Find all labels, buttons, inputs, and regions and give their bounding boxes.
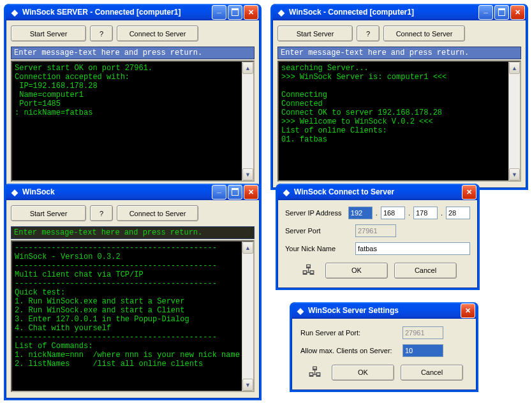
message-input[interactable]: Enter message-text here and press return…	[11, 47, 255, 59]
start-server-button[interactable]: Start Server	[11, 205, 86, 221]
ip-octet-2[interactable]: 168	[381, 207, 405, 219]
ok-button[interactable]: OK	[332, 365, 394, 381]
close-button[interactable]	[461, 303, 475, 318]
scroll-down-icon[interactable]: ▼	[242, 379, 253, 391]
connect-to-server-button[interactable]: Connect to Server	[383, 26, 465, 41]
nick-name-label: Your Nick Name	[285, 245, 355, 252]
console-area: searching Server... >>> WinSock Server i…	[277, 61, 521, 182]
cancel-button[interactable]: Cancel	[394, 263, 457, 279]
connect-to-server-dialog: ◆ WinSock Connect to Server Server IP Ad…	[276, 184, 480, 290]
connect-to-server-button[interactable]: Connect to Server	[117, 26, 198, 41]
console-text: Server start OK on port 27961. Connectio…	[12, 62, 242, 119]
nick-name-input[interactable]: fatbas	[355, 242, 470, 255]
ok-button[interactable]: OK	[325, 263, 388, 279]
ip-octet-1[interactable]: 192	[348, 207, 373, 219]
maximize-button[interactable]	[228, 5, 242, 20]
winsock-main-window: ◆ WinSock Start Server ? Connect to Serv…	[4, 184, 262, 400]
scroll-up-icon[interactable]: ▲	[242, 62, 253, 74]
ip-octet-3[interactable]: 178	[413, 207, 438, 219]
network-icon: 🖧	[299, 260, 319, 280]
window-title: WinSock	[22, 187, 212, 196]
server-settings-dialog: ◆ WinSock Server Settings Run Server at …	[290, 302, 478, 392]
scroll-track[interactable]	[509, 74, 520, 168]
network-icon: 🖧	[305, 362, 325, 382]
close-button[interactable]	[510, 5, 525, 20]
close-button[interactable]	[244, 185, 258, 200]
titlebar[interactable]: ◆ WinSock	[6, 184, 260, 200]
start-server-button[interactable]: Start Server	[277, 26, 353, 41]
scrollbar[interactable]: ▲ ▼	[508, 62, 520, 180]
winsock-client-window: ◆ WinSock - Connected [computer1] Start …	[270, 4, 528, 190]
titlebar[interactable]: ◆ WinSock SERVER - Connected [computer1]	[6, 4, 260, 20]
minimize-button[interactable]	[212, 5, 226, 20]
window-title: WinSock SERVER - Connected [computer1]	[22, 8, 212, 17]
minimize-button[interactable]	[478, 5, 493, 20]
run-server-port-label: Run Server at Port:	[300, 329, 403, 337]
start-server-button[interactable]: Start Server	[11, 26, 86, 41]
app-icon: ◆	[10, 187, 20, 197]
window-title: WinSock - Connected [computer1]	[289, 8, 478, 17]
app-icon: ◆	[281, 187, 292, 197]
cancel-button[interactable]: Cancel	[401, 365, 463, 381]
message-input[interactable]: Enter message-text here and press return…	[11, 226, 255, 239]
titlebar[interactable]: ◆ WinSock Server Settings	[292, 302, 477, 319]
max-clients-input[interactable]: 10	[403, 344, 443, 357]
close-button[interactable]	[244, 5, 258, 20]
dialog-title: WinSock Server Settings	[308, 306, 461, 315]
server-ip-label: Server IP Address	[285, 209, 348, 217]
scrollbar[interactable]: ▲ ▼	[242, 62, 253, 180]
connect-to-server-button[interactable]: Connect to Server	[117, 205, 198, 221]
server-port-label: Server Port	[285, 227, 355, 235]
titlebar[interactable]: ◆ WinSock - Connected [computer1]	[272, 4, 526, 20]
console-area: Server start OK on port 27961. Connectio…	[11, 61, 255, 182]
winsock-server-window: ◆ WinSock SERVER - Connected [computer1]…	[4, 4, 262, 190]
run-server-port-input[interactable]: 27961	[403, 326, 443, 339]
help-button[interactable]: ?	[357, 26, 380, 41]
scroll-down-icon[interactable]: ▼	[509, 168, 520, 180]
maximize-button[interactable]	[228, 185, 242, 200]
scrollbar[interactable]: ▲ ▼	[242, 242, 253, 391]
ip-separator: .	[375, 209, 378, 217]
server-port-input[interactable]: 27961	[355, 224, 396, 237]
scroll-up-icon[interactable]: ▲	[242, 242, 253, 254]
scroll-track[interactable]	[242, 74, 253, 168]
console-text: searching Server... >>> WinSock Server i…	[279, 62, 509, 146]
help-button[interactable]: ?	[90, 205, 113, 221]
minimize-button[interactable]	[212, 185, 226, 200]
titlebar[interactable]: ◆ WinSock Connect to Server	[277, 184, 478, 200]
scroll-up-icon[interactable]: ▲	[509, 62, 520, 74]
scroll-down-icon[interactable]: ▼	[242, 168, 253, 180]
app-icon: ◆	[10, 7, 20, 17]
ip-separator: .	[408, 209, 411, 217]
app-icon: ◆	[295, 305, 306, 316]
message-input[interactable]: Enter message-text here and press return…	[277, 47, 521, 59]
ip-separator: .	[440, 209, 443, 217]
console-area: ----------------------------------------…	[11, 240, 255, 392]
close-button[interactable]	[462, 185, 477, 200]
console-text: ----------------------------------------…	[12, 242, 242, 370]
dialog-title: WinSock Connect to Server	[294, 187, 462, 196]
scroll-track[interactable]	[242, 254, 253, 379]
app-icon: ◆	[276, 7, 286, 17]
ip-octet-4[interactable]: 28	[446, 207, 470, 219]
help-button[interactable]: ?	[90, 26, 113, 41]
max-clients-label: Allow max. Clients on Server:	[300, 347, 403, 354]
maximize-button[interactable]	[494, 5, 509, 20]
